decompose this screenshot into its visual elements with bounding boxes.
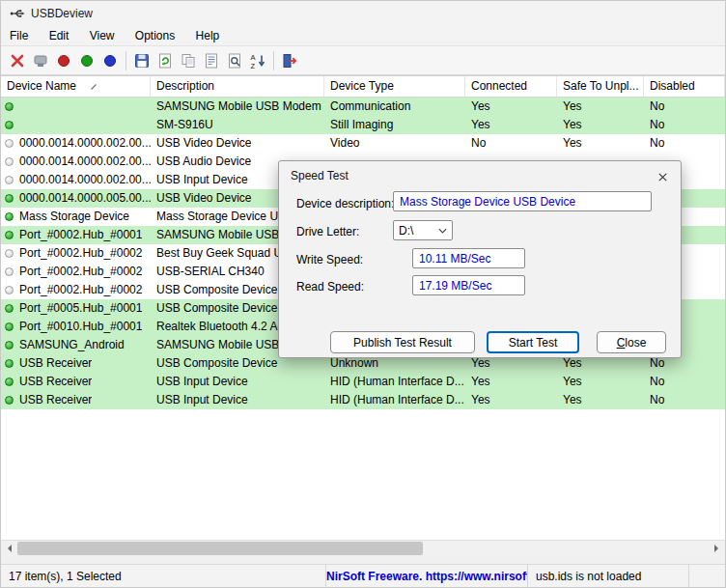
title-bar: USBDeview xyxy=(1,1,725,26)
enable-device-button[interactable] xyxy=(75,49,98,72)
publish-test-result-button[interactable]: Publish Test Result xyxy=(330,331,475,353)
sort-button[interactable]: AZ xyxy=(246,49,269,72)
disabled-cell: No xyxy=(644,116,725,134)
svg-text:Z: Z xyxy=(251,61,256,70)
horizontal-scrollbar[interactable] xyxy=(1,540,725,556)
status-item-count: 17 item(s), 1 Selected xyxy=(1,565,326,588)
column-header-device-type[interactable]: Device Type xyxy=(324,76,465,97)
read-speed-field[interactable] xyxy=(412,275,525,295)
connection-status-dot xyxy=(5,249,14,258)
device-description-field[interactable] xyxy=(393,191,652,211)
device-name-cell: USB Receiver xyxy=(19,391,92,409)
device-name-cell: Port_#0002.Hub_#0002 xyxy=(19,244,142,263)
connection-status-dot xyxy=(5,139,14,148)
status-bar: 17 item(s), 1 Selected NirSoft Freeware.… xyxy=(1,564,725,588)
properties-button[interactable] xyxy=(200,49,223,72)
device-type-cell: HID (Human Interface D... xyxy=(324,373,465,391)
device-name-cell: Port_#0002.Hub_#0002 xyxy=(19,281,142,299)
refresh-icon xyxy=(156,52,174,70)
device-description-label: Device description: xyxy=(296,197,394,210)
menu-file[interactable]: File xyxy=(1,26,37,45)
connection-status-dot xyxy=(5,378,14,386)
properties-icon xyxy=(203,52,220,70)
table-row[interactable]: USB Receiver USB Input Device HID (Human… xyxy=(1,373,725,391)
column-header-row: Device Name Description Device Type Conn… xyxy=(1,76,725,98)
scroll-right-arrow[interactable] xyxy=(709,541,725,556)
device-name-cell: USB Receiver xyxy=(19,373,92,391)
disabled-cell: No xyxy=(644,98,725,116)
speed-test-dialog: Speed Test Device description: Drive Let… xyxy=(278,160,682,358)
exit-button[interactable] xyxy=(278,49,301,72)
find-button[interactable] xyxy=(223,49,246,72)
drive-letter-label: Drive Letter: xyxy=(296,225,359,238)
column-header-description[interactable]: Description xyxy=(151,76,324,97)
device-name-cell: Port_#0010.Hub_#0001 xyxy=(19,318,142,336)
safe-to-unplug-cell: Yes xyxy=(557,391,644,409)
description-cell: USB Video Device xyxy=(151,134,324,153)
close-button[interactable]: Close xyxy=(597,331,666,353)
scrollbar-thumb[interactable] xyxy=(17,542,423,555)
disconnect-device-button[interactable] xyxy=(29,49,52,72)
status-empty-pane xyxy=(689,565,726,588)
menu-bar: File Edit View Options Help xyxy=(1,26,725,46)
device-type-cell: Still Imaging xyxy=(324,116,465,134)
connection-status-dot xyxy=(5,176,14,184)
read-speed-label: Read Speed: xyxy=(296,280,364,294)
status-nirsoft-link[interactable]: NirSoft Freeware. https://www.nirsoft.ne… xyxy=(326,565,528,588)
save-button[interactable] xyxy=(130,49,154,72)
menu-help[interactable]: Help xyxy=(187,26,229,45)
connection-status-dot xyxy=(5,194,14,203)
write-speed-field[interactable] xyxy=(412,248,525,268)
sort-az-icon: AZ xyxy=(249,52,266,70)
column-header-safe-to-unplug[interactable]: Safe To Unpl... xyxy=(557,76,644,97)
table-row[interactable]: USB Receiver USB Input Device HID (Human… xyxy=(1,391,725,409)
device-name-cell: Port_#0002.Hub_#0002 xyxy=(19,263,142,281)
exit-icon xyxy=(281,52,298,70)
copy-icon xyxy=(180,52,197,70)
disconnect-device-icon xyxy=(32,52,49,70)
dialog-title: Speed Test xyxy=(291,169,349,182)
red-x-icon xyxy=(9,52,26,70)
sort-indicator-icon xyxy=(90,83,98,91)
restart-device-button[interactable] xyxy=(98,49,122,72)
green-circle-icon xyxy=(78,52,96,70)
table-row[interactable]: 0000.0014.0000.002.00... USB Video Devic… xyxy=(1,134,725,153)
device-type-cell: Communication xyxy=(324,98,465,116)
description-cell: SAMSUNG Mobile USB Modem xyxy=(151,98,324,116)
start-test-button[interactable]: Start Test xyxy=(487,331,579,353)
device-name-cell: 0000.0014.0000.002.00... xyxy=(19,134,151,153)
find-icon xyxy=(226,52,243,70)
drive-letter-dropdown[interactable]: D:\ xyxy=(393,220,453,240)
scroll-left-arrow[interactable] xyxy=(1,541,17,556)
connected-cell: Yes xyxy=(465,98,557,116)
menu-edit[interactable]: Edit xyxy=(41,26,78,45)
connection-status-dot xyxy=(5,322,14,331)
connection-status-dot xyxy=(5,102,14,111)
close-icon xyxy=(656,171,669,183)
column-header-connected[interactable]: Connected xyxy=(465,76,557,97)
connection-status-dot xyxy=(5,359,14,368)
device-name-cell: 0000.0014.0000.005.00... xyxy=(19,189,151,208)
menu-view[interactable]: View xyxy=(81,26,124,45)
connection-status-dot xyxy=(5,231,14,239)
safe-to-unplug-cell: Yes xyxy=(557,134,644,153)
toolbar-separator xyxy=(126,51,126,70)
safe-to-unplug-cell: Yes xyxy=(557,116,644,134)
dialog-close-button[interactable] xyxy=(654,168,671,185)
device-name-cell: USB Receiver xyxy=(19,354,92,373)
connection-status-dot xyxy=(5,267,14,276)
disabled-cell: No xyxy=(644,391,725,409)
usb-app-icon xyxy=(10,6,25,21)
column-header-disabled[interactable]: Disabled xyxy=(644,76,725,97)
table-row[interactable]: SAMSUNG Mobile USB Modem Communication Y… xyxy=(1,98,725,116)
menu-options[interactable]: Options xyxy=(126,26,183,45)
table-row[interactable]: SM-S916U Still Imaging Yes Yes No xyxy=(1,116,725,134)
uninstall-device-button[interactable] xyxy=(6,49,29,72)
chevron-down-icon xyxy=(438,228,447,234)
copy-button[interactable] xyxy=(177,49,200,72)
connection-status-dot xyxy=(5,157,14,166)
status-usbids: usb.ids is not loaded xyxy=(528,565,689,588)
disable-device-button[interactable] xyxy=(52,49,75,72)
refresh-button[interactable] xyxy=(154,49,177,72)
column-header-device-name[interactable]: Device Name xyxy=(1,76,151,97)
